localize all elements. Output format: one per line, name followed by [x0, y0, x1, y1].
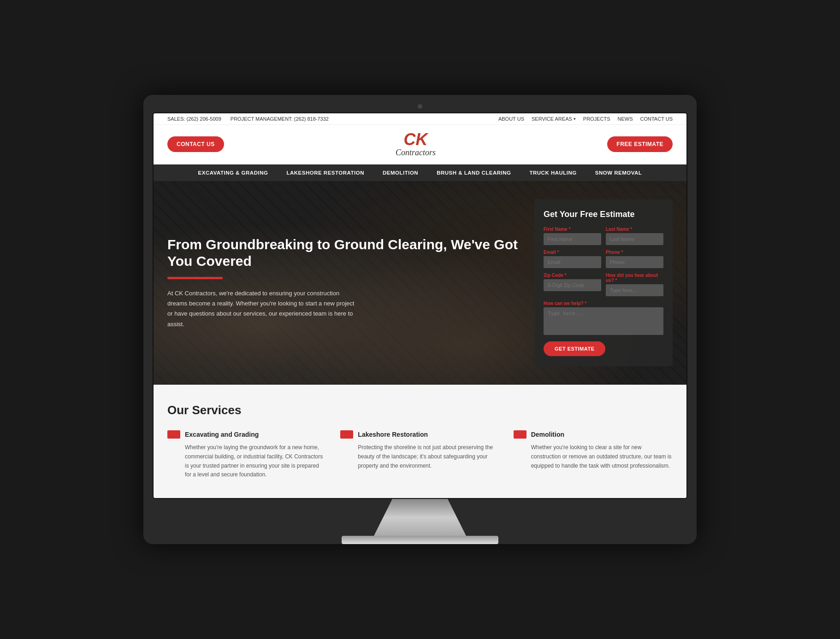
hero-divider — [167, 277, 223, 279]
top-nav-news[interactable]: NEWS — [618, 116, 633, 122]
first-name-group: First Name * — [544, 227, 601, 245]
first-name-label: First Name * — [544, 227, 601, 232]
top-nav-about[interactable]: ABOUT US — [498, 116, 524, 122]
services-title: Our Services — [167, 403, 673, 417]
top-bar-left: SALES: (262) 206-5009 PROJECT MANAGEMENT… — [167, 116, 329, 122]
hear-input[interactable] — [606, 284, 663, 296]
service-name-lakeshore: Lakeshore Restoration — [358, 431, 428, 438]
nav-excavating[interactable]: EXCAVATING & GRADING — [198, 170, 268, 176]
phone-input[interactable] — [606, 256, 663, 268]
hero-description: At CK Contractors, we're dedicated to en… — [167, 288, 361, 329]
form-row-name: First Name * Last Name * — [544, 227, 663, 245]
zip-input[interactable] — [544, 279, 601, 291]
nav-demolition[interactable]: DEMOLITION — [383, 170, 418, 176]
phone-group: Phone * — [606, 250, 663, 268]
free-estimate-button[interactable]: FREE ESTIMATE — [607, 136, 673, 152]
email-input[interactable] — [544, 256, 601, 268]
header: CONTACT US CK Contractors FREE ESTIMATE — [154, 125, 686, 164]
help-textarea[interactable] — [544, 307, 663, 335]
monitor-screen: SALES: (262) 206-5009 PROJECT MANAGEMENT… — [153, 112, 687, 499]
service-name-demolition: Demolition — [531, 431, 564, 438]
logo-ck: CK — [404, 130, 428, 149]
hear-group: How did you hear about us? * — [606, 273, 663, 296]
top-nav-service-areas[interactable]: SERVICE AREAS ▾ — [532, 116, 576, 122]
service-desc-excavating: Whether you're laying the groundwork for… — [167, 443, 326, 480]
form-row-contact: Email * Phone * — [544, 250, 663, 268]
service-header-excavating: Excavating and Grading — [167, 430, 326, 439]
nav-lakeshore[interactable]: LAKESHORE RESTORATION — [286, 170, 364, 176]
service-name-excavating: Excavating and Grading — [185, 431, 259, 438]
form-row-zip: Zip Code * How did you hear about us? * — [544, 273, 663, 296]
nav-brush[interactable]: BRUSH & LAND CLEARING — [437, 170, 511, 176]
contact-us-button[interactable]: CONTACT US — [167, 136, 224, 152]
help-label: How can we help? * — [544, 301, 663, 306]
main-nav: EXCAVATING & GRADING LAKESHORE RESTORATI… — [154, 164, 686, 181]
email-label: Email * — [544, 250, 601, 255]
top-bar-right: ABOUT US SERVICE AREAS ▾ PROJECTS NEWS C… — [498, 116, 673, 122]
top-nav-projects[interactable]: PROJECTS — [583, 116, 610, 122]
top-bar: SALES: (262) 206-5009 PROJECT MANAGEMENT… — [154, 113, 686, 125]
help-group: How can we help? * — [544, 301, 663, 337]
estimate-form: Get Your Free Estimate First Name * Last… — [534, 199, 673, 366]
service-header-lakeshore: Lakeshore Restoration — [340, 430, 499, 439]
top-nav-contact[interactable]: CONTACT US — [640, 116, 673, 122]
zip-group: Zip Code * — [544, 273, 601, 296]
service-icon-lakeshore — [340, 430, 353, 439]
monitor-stand — [374, 499, 466, 536]
form-title: Get Your Free Estimate — [544, 210, 663, 219]
hero-title: From Groundbreaking to Ground Clearing, … — [167, 236, 521, 270]
nav-truck[interactable]: TRUCK HAULING — [529, 170, 576, 176]
last-name-label: Last Name * — [606, 227, 663, 232]
get-estimate-button[interactable]: GET ESTIMATE — [544, 341, 605, 356]
monitor-base — [342, 536, 498, 544]
service-desc-demolition: Whether you're looking to clear a site f… — [514, 443, 673, 470]
service-item-demolition: Demolition Whether you're looking to cle… — [514, 430, 673, 480]
services-grid: Excavating and Grading Whether you're la… — [167, 430, 673, 480]
chevron-down-icon: ▾ — [574, 117, 576, 121]
service-desc-lakeshore: Protecting the shoreline is not just abo… — [340, 443, 499, 470]
service-icon-excavating — [167, 430, 180, 439]
zip-label: Zip Code * — [544, 273, 601, 278]
project-phone: PROJECT MANAGEMENT: (262) 818-7332 — [231, 116, 329, 122]
logo-text: CK — [396, 131, 436, 148]
sales-phone: SALES: (262) 206-5009 — [167, 116, 221, 122]
first-name-input[interactable] — [544, 233, 601, 245]
logo-sub: Contractors — [396, 148, 436, 158]
nav-snow[interactable]: SNOW REMOVAL — [595, 170, 642, 176]
services-section: Our Services Excavating and Grading Whet… — [154, 385, 686, 498]
monitor-camera — [418, 104, 422, 109]
logo: CK Contractors — [396, 131, 436, 158]
last-name-input[interactable] — [606, 233, 663, 245]
service-item-lakeshore: Lakeshore Restoration Protecting the sho… — [340, 430, 499, 480]
hero-left: From Groundbreaking to Ground Clearing, … — [167, 236, 521, 329]
service-icon-demolition — [514, 430, 526, 439]
email-group: Email * — [544, 250, 601, 268]
hear-label: How did you hear about us? * — [606, 273, 663, 283]
hero-section: From Groundbreaking to Ground Clearing, … — [154, 181, 686, 385]
phone-label: Phone * — [606, 250, 663, 255]
last-name-group: Last Name * — [606, 227, 663, 245]
service-header-demolition: Demolition — [514, 430, 673, 439]
service-item-excavating: Excavating and Grading Whether you're la… — [167, 430, 326, 480]
